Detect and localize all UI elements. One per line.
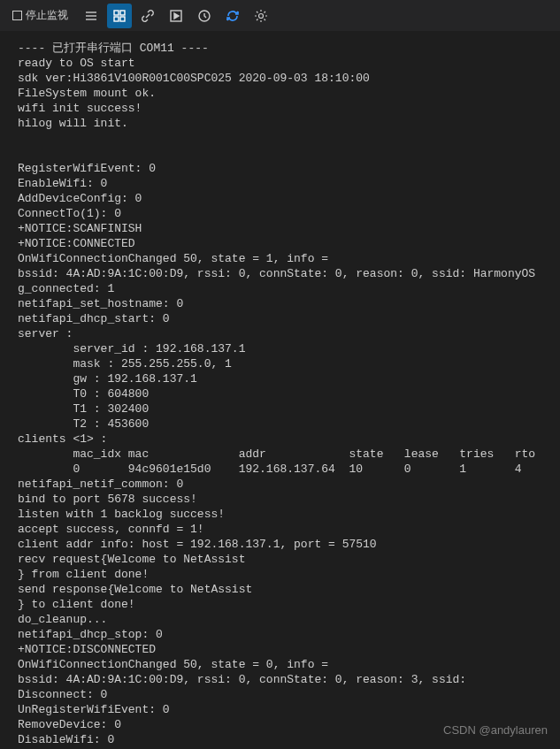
settings-button[interactable] <box>249 4 273 28</box>
svg-rect-6 <box>120 17 125 21</box>
svg-point-9 <box>259 13 264 18</box>
list-icon <box>84 9 98 23</box>
svg-rect-3 <box>114 11 119 15</box>
refresh-icon <box>226 9 240 23</box>
terminal-output[interactable]: ---- 已打开串行端口 COM11 ---- ready to OS star… <box>0 32 560 749</box>
run-icon <box>169 9 183 23</box>
svg-rect-5 <box>114 17 119 21</box>
clock-icon <box>197 9 211 23</box>
hex-icon <box>112 9 127 23</box>
gear-icon <box>254 9 268 23</box>
hex-view-button[interactable] <box>107 4 132 28</box>
list-view-button[interactable] <box>79 4 104 28</box>
watermark: CSDN @andylauren <box>443 723 548 737</box>
toolbar: 停止监视 <box>0 0 560 32</box>
run-button[interactable] <box>164 4 188 28</box>
clock-button[interactable] <box>192 4 217 28</box>
stop-icon <box>12 11 22 20</box>
refresh-button[interactable] <box>220 4 245 28</box>
link-button[interactable] <box>135 4 160 28</box>
link-icon <box>141 9 155 23</box>
stop-monitor-button[interactable]: 停止监视 <box>5 5 75 26</box>
stop-monitor-label: 停止监视 <box>26 8 68 23</box>
svg-rect-4 <box>120 11 125 15</box>
